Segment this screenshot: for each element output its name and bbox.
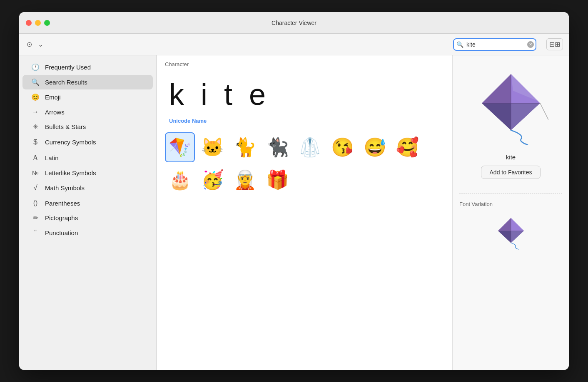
sidebar-item-letterlike-symbols[interactable]: № Letterlike Symbols [22,166,153,180]
sidebar-item-bullets-stars[interactable]: ✳ Bullets & Stars [22,119,153,134]
sidebar-item-punctuation[interactable]: " Punctuation [22,226,153,240]
char-name-label: kite [506,154,516,161]
sidebar-item-math-symbols[interactable]: √ Math Symbols [22,180,153,196]
svg-marker-8 [511,218,524,231]
font-variation-label: Font Variation [459,201,493,207]
letter-a-icon: A [31,154,40,162]
svg-marker-7 [498,218,511,231]
character-viewer-window: Character Viewer ⊙ ⌄ 🔍 ✕ ⊟⊞ 🕐 [19,12,569,370]
svg-marker-9 [498,231,511,243]
smiley-icon: 😊 [31,93,40,101]
sidebar-label-latin: Latin [45,154,59,161]
emoji-lab-coat[interactable]: 🥼 [295,132,325,162]
sidebar-label-emoji: Emoji [45,94,61,101]
emoji-cake[interactable]: 🎂 [165,165,195,195]
sidebar-label-punctuation: Punctuation [45,229,78,236]
svg-marker-0 [482,74,511,103]
emoji-grid: 🪁 🐱 🐈 🐈‍⬛ 🥼 😘 😅 🥰 🎂 🥳 🧝 🎁 [157,128,452,199]
sidebar-label-search-results: Search Results [45,79,87,86]
sidebar-label-pictographs: Pictographs [45,214,78,221]
right-panel: kite Add to Favorites Font Variation [452,55,569,370]
ellipsis-icon: ⊙ [27,40,32,48]
search-input[interactable] [453,38,536,51]
grid-view-button[interactable]: ⊟⊞ [546,38,563,50]
main-panel: Character k i t e Unicode Name 🪁 🐱 🐈 🐈‍⬛… [157,55,452,370]
clock-icon: 🕐 [31,63,40,71]
pencil-icon: ✏ [31,214,40,222]
maximize-button[interactable] [44,20,50,26]
parens-icon: () [31,199,40,207]
emoji-gift[interactable]: 🎁 [262,165,292,195]
emoji-black-cat[interactable]: 🐈‍⬛ [262,132,292,162]
sidebar-label-frequently-used: Frequently Used [45,64,91,71]
sqrt-icon: √ [31,184,40,192]
emoji-cat-face[interactable]: 🐱 [197,132,227,162]
toolbar: ⊙ ⌄ 🔍 ✕ ⊟⊞ [19,34,569,55]
sidebar: 🕐 Frequently Used 🔍 Search Results 😊 Emo… [19,55,157,370]
titlebar: Character Viewer [19,12,569,34]
emoji-partying-face[interactable]: 🥳 [197,165,227,195]
emoji-smiling-hearts[interactable]: 🥰 [392,132,422,162]
window-title: Character Viewer [272,20,316,26]
emoji-kite[interactable]: 🪁 [165,132,195,162]
sidebar-label-arrows: Arrows [45,109,65,116]
chevron-button[interactable]: ⌄ [36,39,45,50]
grid-icon: ⊟⊞ [549,41,560,48]
char-display: k i t e [157,71,452,118]
sidebar-item-currency-symbols[interactable]: $ Currency Symbols [22,134,153,150]
asterisk-icon: ✳ [31,123,40,131]
svg-marker-3 [511,103,540,130]
font-variation-preview [494,213,528,255]
char-k: k [169,79,184,109]
magnifier-icon: 🔍 [31,78,40,86]
chevron-down-icon: ⌄ [38,40,43,48]
numero-icon: № [31,169,40,176]
emoji-cat[interactable]: 🐈 [230,132,260,162]
sidebar-item-search-results[interactable]: 🔍 Search Results [22,75,153,89]
sidebar-item-arrows[interactable]: → Arrows [22,105,153,119]
window-controls [26,20,50,26]
sidebar-label-currency-symbols: Currency Symbols [45,139,96,146]
emoji-elf[interactable]: 🧝 [230,165,260,195]
divider [459,193,562,193]
sidebar-item-pictographs[interactable]: ✏ Pictographs [22,211,153,225]
sidebar-item-frequently-used[interactable]: 🕐 Frequently Used [22,60,153,74]
sidebar-label-parentheses: Parentheses [45,200,80,207]
comma-icon: " [31,229,40,236]
minimize-button[interactable] [35,20,41,26]
toolbar-left: ⊙ ⌄ [25,39,45,50]
toolbar-right: ⊟⊞ [546,38,563,50]
sidebar-item-emoji[interactable]: 😊 Emoji [22,90,153,104]
font-variation-kite [494,213,528,251]
emoji-kiss[interactable]: 😘 [327,132,357,162]
char-t: t [224,79,232,109]
svg-marker-10 [511,231,524,243]
arrow-icon: → [31,108,40,116]
sidebar-item-parentheses[interactable]: () Parentheses [22,196,153,210]
right-preview [469,64,553,147]
sidebar-label-letterlike-symbols: Letterlike Symbols [45,169,96,176]
dollar-icon: $ [31,138,40,146]
sidebar-label-math-symbols: Math Symbols [45,184,85,191]
char-e: e [249,79,266,109]
ellipsis-button[interactable]: ⊙ [25,39,34,50]
char-i: i [201,79,207,109]
unicode-name-label: Unicode Name [157,118,452,128]
main-header: Character [157,55,452,71]
search-clear-button[interactable]: ✕ [527,41,534,48]
sidebar-item-latin[interactable]: A Latin [22,150,153,166]
svg-marker-2 [482,103,511,130]
sidebar-label-bullets-stars: Bullets & Stars [45,123,86,130]
main-content: 🕐 Frequently Used 🔍 Search Results 😊 Emo… [19,55,569,370]
kite-illustration [473,66,548,145]
search-wrapper: 🔍 ✕ [453,38,536,51]
add-to-favorites-button[interactable]: Add to Favorites [481,166,541,179]
close-button[interactable] [26,20,32,26]
emoji-sweat-smile[interactable]: 😅 [360,132,390,162]
